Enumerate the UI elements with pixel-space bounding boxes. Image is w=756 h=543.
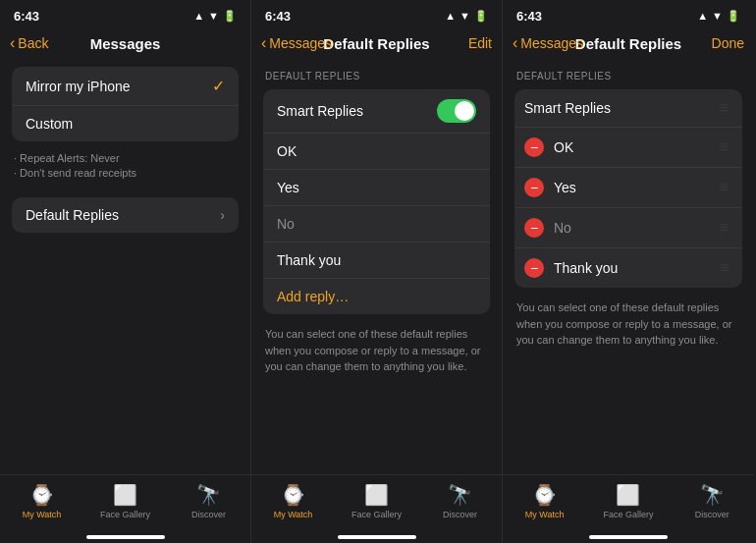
tab-bar-3: ⌚ My Watch ⬜ Face Gallery 🔭 Discover bbox=[503, 474, 754, 535]
done-button[interactable]: Done bbox=[712, 35, 744, 51]
drag-handle-ok[interactable]: ≡ bbox=[720, 138, 729, 156]
yes-row[interactable]: Yes bbox=[263, 170, 490, 206]
nav-title-2: Default Replies bbox=[323, 35, 429, 52]
smart-replies-row[interactable]: Smart Replies bbox=[263, 89, 490, 134]
mirror-iphone-row[interactable]: Mirror my iPhone ✓ bbox=[12, 67, 239, 106]
drag-handle-thankyou[interactable]: ≡ bbox=[720, 259, 729, 277]
ok-label: OK bbox=[277, 143, 476, 159]
tab-discover-3[interactable]: 🔭 Discover bbox=[671, 483, 754, 519]
panel-2: 6:43 ▲ ▼ 🔋 ‹ Messages Default Replies Ed… bbox=[251, 0, 503, 543]
nav-title-1: Messages bbox=[90, 35, 161, 52]
wifi-icon: ▼ bbox=[208, 10, 219, 22]
wifi-icon-3: ▼ bbox=[712, 10, 723, 22]
checkmark-icon: ✓ bbox=[212, 77, 225, 95]
tab-discover-2[interactable]: 🔭 Discover bbox=[418, 483, 502, 519]
drag-handle-no[interactable]: ≡ bbox=[720, 219, 729, 237]
back-chevron-icon-2: ‹ bbox=[261, 34, 266, 52]
description-3: You can select one of these default repl… bbox=[503, 292, 754, 356]
signal-icon-3: ▲ bbox=[697, 10, 708, 22]
back-button-1[interactable]: ‹ Back bbox=[10, 34, 48, 52]
custom-label: Custom bbox=[26, 116, 225, 132]
ok-edit-label: OK bbox=[554, 139, 720, 155]
panel-3: 6:43 ▲ ▼ 🔋 ‹ Messages Default Replies Do… bbox=[503, 0, 754, 543]
delete-yes-button[interactable] bbox=[524, 178, 544, 197]
back-button-3[interactable]: ‹ Messages bbox=[513, 34, 583, 52]
tab-face-gallery-2[interactable]: ⬜ Face Gallery bbox=[335, 483, 418, 519]
ok-edit-row[interactable]: OK ≡ bbox=[514, 128, 742, 168]
tab-face-gallery-3[interactable]: ⬜ Face Gallery bbox=[586, 483, 670, 519]
signal-icon-2: ▲ bbox=[445, 10, 456, 22]
delete-ok-button[interactable] bbox=[524, 137, 544, 157]
nav-title-3: Default Replies bbox=[575, 35, 681, 52]
panel-1: 6:43 ▲ ▼ 🔋 ‹ Back Messages Mirror my iPh… bbox=[0, 0, 251, 543]
tab-label-watch-1: My Watch bbox=[23, 510, 62, 519]
home-indicator-2 bbox=[338, 535, 416, 539]
mirror-custom-group: Mirror my iPhone ✓ Custom bbox=[12, 67, 239, 141]
yes-edit-label: Yes bbox=[554, 180, 720, 195]
yes-edit-row[interactable]: Yes ≡ bbox=[514, 168, 742, 208]
discover-icon-3: 🔭 bbox=[700, 483, 725, 507]
nav-bar-3: ‹ Messages Default Replies Done bbox=[503, 27, 754, 63]
tab-label-discover-1: Discover bbox=[191, 510, 226, 519]
drag-handle-smart[interactable]: ≡ bbox=[720, 99, 729, 117]
tab-face-gallery-1[interactable]: ⬜ Face Gallery bbox=[83, 483, 167, 519]
home-indicator-1 bbox=[86, 535, 165, 539]
watch-icon-1: ⌚ bbox=[29, 483, 54, 507]
status-bar-1: 6:43 ▲ ▼ 🔋 bbox=[0, 0, 250, 27]
smart-replies-toggle[interactable] bbox=[437, 99, 476, 123]
no-label: No bbox=[277, 216, 476, 232]
status-icons-1: ▲ ▼ 🔋 bbox=[193, 10, 237, 23]
replies-group-2: Smart Replies OK Yes No Thank you Add re… bbox=[263, 89, 490, 314]
no-row[interactable]: No bbox=[263, 206, 490, 243]
tab-label-watch-3: My Watch bbox=[525, 510, 565, 519]
no-edit-label: No bbox=[554, 220, 720, 236]
discover-icon-1: 🔭 bbox=[196, 483, 221, 507]
nav-bar-2: ‹ Messages Default Replies Edit bbox=[251, 27, 502, 63]
tab-my-watch-2[interactable]: ⌚ My Watch bbox=[251, 483, 335, 519]
status-bar-3: 6:43 ▲ ▼ 🔋 bbox=[503, 0, 754, 27]
default-replies-group: Default Replies › bbox=[12, 197, 239, 233]
smart-replies-edit-row[interactable]: Smart Replies ≡ bbox=[514, 89, 742, 128]
back-label-3: Messages bbox=[520, 35, 583, 51]
default-replies-label: Default Replies bbox=[26, 207, 220, 223]
nav-bar-1: ‹ Back Messages bbox=[0, 27, 250, 63]
tab-label-face-2: Face Gallery bbox=[351, 510, 402, 519]
discover-icon-2: 🔭 bbox=[448, 483, 472, 507]
tab-discover-1[interactable]: 🔭 Discover bbox=[167, 483, 250, 519]
thankyou-edit-row[interactable]: Thank you ≡ bbox=[514, 248, 742, 288]
add-reply-label: Add reply… bbox=[277, 289, 349, 304]
smart-replies-label: Smart Replies bbox=[277, 103, 437, 119]
toggle-thumb bbox=[455, 101, 474, 121]
battery-icon-2: 🔋 bbox=[474, 10, 488, 23]
tab-bar-1: ⌚ My Watch ⬜ Face Gallery 🔭 Discover bbox=[0, 474, 250, 535]
default-replies-row[interactable]: Default Replies › bbox=[12, 197, 239, 233]
tab-label-face-3: Face Gallery bbox=[603, 510, 653, 519]
yes-label: Yes bbox=[277, 180, 476, 195]
delete-no-button[interactable] bbox=[524, 218, 544, 238]
custom-subtext: · Repeat Alerts: Never· Don't send read … bbox=[0, 145, 250, 186]
status-icons-3: ▲ ▼ 🔋 bbox=[697, 10, 740, 23]
status-bar-2: 6:43 ▲ ▼ 🔋 bbox=[251, 0, 502, 27]
face-gallery-icon-1: ⬜ bbox=[113, 483, 137, 507]
tab-label-watch-2: My Watch bbox=[274, 510, 313, 519]
battery-icon-3: 🔋 bbox=[727, 10, 740, 23]
face-gallery-icon-3: ⬜ bbox=[616, 483, 640, 507]
tab-my-watch-3[interactable]: ⌚ My Watch bbox=[503, 483, 586, 519]
back-button-2[interactable]: ‹ Messages bbox=[261, 34, 332, 52]
edit-button[interactable]: Edit bbox=[468, 35, 492, 51]
thankyou-row[interactable]: Thank you bbox=[263, 243, 490, 279]
no-edit-row[interactable]: No ≡ bbox=[514, 208, 742, 248]
custom-row[interactable]: Custom bbox=[12, 106, 239, 141]
delete-thankyou-button[interactable] bbox=[524, 258, 544, 278]
drag-handle-yes[interactable]: ≡ bbox=[720, 179, 729, 196]
thankyou-edit-label: Thank you bbox=[554, 260, 720, 276]
add-reply-row[interactable]: Add reply… bbox=[263, 279, 490, 314]
tab-my-watch-1[interactable]: ⌚ My Watch bbox=[0, 483, 83, 519]
back-label-2: Messages bbox=[269, 35, 332, 51]
face-gallery-icon-2: ⬜ bbox=[364, 483, 389, 507]
replies-group-3: Smart Replies ≡ OK ≡ Yes ≡ No ≡ Thank yo… bbox=[514, 89, 742, 288]
ok-row[interactable]: OK bbox=[263, 134, 490, 170]
tab-label-face-1: Face Gallery bbox=[100, 510, 150, 519]
section-label-2: DEFAULT REPLIES bbox=[251, 63, 502, 85]
thankyou-label: Thank you bbox=[277, 252, 476, 268]
